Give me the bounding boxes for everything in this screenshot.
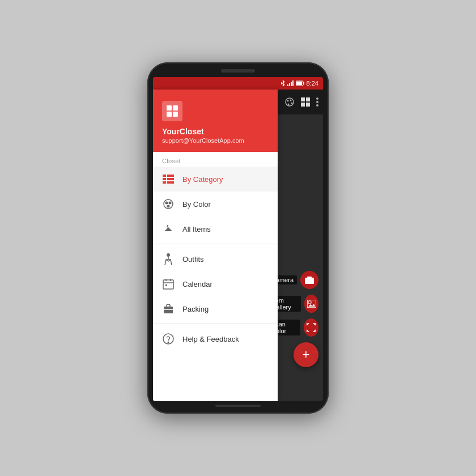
divider-1 bbox=[153, 244, 278, 244]
by-category-label: By Category bbox=[182, 175, 223, 184]
add-fab[interactable]: + bbox=[294, 342, 318, 367]
screen-content: YourCloset support@YourClosetApp.com Clo… bbox=[153, 90, 323, 401]
svg-rect-39 bbox=[306, 97, 310, 101]
by-color-label: By Color bbox=[182, 200, 211, 209]
phone-device: 8:24 YourCloset bbox=[147, 62, 329, 414]
app-email: support@YourClosetApp.com bbox=[162, 137, 269, 144]
svg-rect-38 bbox=[301, 97, 305, 101]
svg-rect-12 bbox=[163, 178, 166, 180]
svg-rect-16 bbox=[167, 181, 174, 184]
app-icon bbox=[162, 101, 182, 121]
svg-point-44 bbox=[316, 104, 318, 107]
svg-rect-15 bbox=[167, 178, 174, 180]
svg-point-35 bbox=[290, 100, 292, 101]
svg-rect-11 bbox=[163, 175, 166, 177]
svg-point-43 bbox=[316, 101, 318, 103]
svg-point-42 bbox=[316, 97, 318, 100]
svg-rect-8 bbox=[173, 105, 178, 110]
svg-rect-9 bbox=[167, 112, 172, 117]
svg-point-18 bbox=[165, 202, 168, 205]
navigation-drawer: YourCloset support@YourClosetApp.com Clo… bbox=[153, 90, 278, 401]
app-name: YourCloset bbox=[162, 127, 269, 136]
packing-icon bbox=[162, 303, 175, 315]
palette-icon[interactable] bbox=[284, 97, 295, 107]
wardrobe-icon bbox=[166, 105, 178, 117]
all-items-icon bbox=[162, 223, 175, 235]
svg-rect-2 bbox=[291, 82, 292, 86]
svg-rect-6 bbox=[303, 82, 304, 84]
svg-rect-29 bbox=[164, 307, 173, 313]
more-vert-icon[interactable] bbox=[316, 97, 318, 107]
svg-point-21 bbox=[167, 253, 170, 257]
drawer-item-outfits[interactable]: Outfits bbox=[153, 246, 278, 271]
svg-rect-40 bbox=[301, 103, 305, 107]
camera-fab[interactable] bbox=[300, 271, 318, 289]
drawer-item-all-items[interactable]: All Items bbox=[153, 216, 278, 241]
status-icons: 8:24 bbox=[280, 79, 318, 87]
svg-rect-10 bbox=[173, 112, 178, 117]
svg-rect-14 bbox=[167, 175, 174, 177]
status-time: 8:24 bbox=[307, 80, 318, 87]
phone-speaker bbox=[221, 69, 255, 73]
help-label: Help & Feedback bbox=[182, 335, 239, 343]
grid-icon[interactable] bbox=[300, 97, 311, 107]
svg-rect-0 bbox=[287, 84, 288, 86]
outfits-icon bbox=[162, 253, 175, 265]
drawer-item-packing[interactable]: Packing bbox=[153, 296, 278, 321]
svg-rect-24 bbox=[163, 280, 173, 289]
svg-rect-41 bbox=[306, 103, 310, 107]
phone-screen: 8:24 YourCloset bbox=[153, 77, 323, 401]
svg-point-19 bbox=[169, 202, 172, 205]
calendar-icon bbox=[162, 278, 175, 290]
status-bar: 8:24 bbox=[153, 77, 323, 90]
svg-point-36 bbox=[291, 103, 293, 104]
svg-rect-7 bbox=[167, 105, 172, 110]
svg-rect-47 bbox=[307, 277, 312, 278]
drawer-item-by-color[interactable]: By Color bbox=[153, 192, 278, 216]
outfits-label: Outfits bbox=[182, 255, 204, 264]
by-category-icon bbox=[162, 173, 175, 185]
phone-home-bar bbox=[215, 405, 261, 407]
drawer-item-help[interactable]: Help & Feedback bbox=[153, 326, 278, 351]
svg-rect-28 bbox=[165, 284, 167, 286]
gallery-fab[interactable] bbox=[304, 295, 318, 313]
bluetooth-icon bbox=[280, 79, 286, 87]
svg-point-32 bbox=[168, 342, 169, 343]
battery-icon bbox=[296, 80, 305, 86]
svg-rect-49 bbox=[308, 301, 311, 304]
by-color-icon bbox=[162, 198, 175, 210]
all-items-label: All Items bbox=[182, 225, 211, 233]
svg-point-34 bbox=[287, 100, 289, 102]
svg-rect-5 bbox=[296, 82, 302, 85]
signal-icon bbox=[287, 80, 294, 86]
scan-color-fab[interactable] bbox=[304, 318, 318, 337]
svg-point-33 bbox=[286, 98, 294, 106]
svg-point-37 bbox=[288, 104, 290, 105]
main-content: Camera from Gallery bbox=[278, 90, 323, 401]
section-label-closet: Closet bbox=[153, 152, 278, 167]
drawer-header: YourCloset support@YourClosetApp.com bbox=[153, 90, 278, 152]
add-fab-label: + bbox=[303, 347, 310, 362]
drawer-item-calendar[interactable]: Calendar bbox=[153, 271, 278, 296]
calendar-label: Calendar bbox=[182, 280, 212, 288]
svg-point-20 bbox=[167, 205, 170, 208]
main-toolbar bbox=[278, 90, 323, 114]
drawer-item-by-category[interactable]: By Category bbox=[153, 167, 278, 192]
help-icon bbox=[162, 333, 175, 345]
divider-2 bbox=[153, 324, 278, 324]
svg-rect-3 bbox=[292, 80, 294, 86]
svg-rect-1 bbox=[289, 83, 290, 86]
packing-label: Packing bbox=[182, 305, 209, 313]
svg-rect-13 bbox=[163, 181, 166, 184]
